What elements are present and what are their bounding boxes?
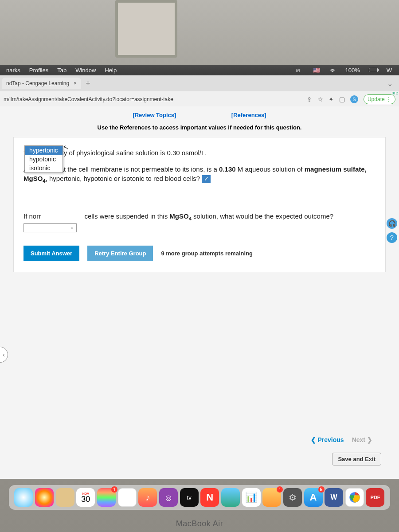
option-isotonic[interactable]: isotonic [25, 164, 63, 172]
appstore-app-icon[interactable]: A5 [304, 488, 323, 507]
references-link[interactable]: [References] [231, 112, 266, 118]
menu-right-letter: W [382, 67, 396, 74]
photos-app-icon[interactable] [35, 488, 54, 507]
browser-tab[interactable]: ndTap - Cengage Learning × [2, 78, 81, 89]
menu-tab[interactable]: Tab [53, 67, 71, 74]
notes-app-icon[interactable] [118, 488, 137, 507]
tonicity-dropdown[interactable]: ✓ [202, 174, 211, 183]
update-button[interactable]: Update ⋮ [364, 94, 395, 104]
word-app-icon[interactable]: W [325, 488, 343, 507]
menu-window[interactable]: Window [71, 67, 100, 74]
star-icon[interactable]: ☆ [317, 96, 323, 103]
option-hypertonic[interactable]: hypertonic [25, 146, 63, 155]
puzzle-icon[interactable]: ✦ [329, 96, 334, 103]
browser-tabbar: ndTap - Cengage Learning × + ⌄ [0, 75, 399, 91]
attempts-remaining: 9 more group attempts remaining [161, 250, 253, 257]
chrome-app-icon[interactable] [345, 488, 364, 507]
flag-icon[interactable]: 🇺🇸 [309, 67, 325, 74]
cursor-icon: ↖ [62, 143, 69, 152]
tab-title: ndTap - Cengage Learning [6, 80, 69, 86]
s-badge-icon[interactable]: S [350, 95, 358, 103]
question-panel: The osmolarity of physiological saline s… [13, 137, 386, 272]
outcome-select[interactable] [23, 223, 77, 232]
new-tab-icon[interactable]: + [86, 79, 90, 88]
menu-help[interactable]: Help [100, 67, 121, 74]
tab-close-icon[interactable]: × [74, 80, 77, 86]
screen-mirror-icon[interactable]: ⎚ [292, 67, 304, 74]
expand-left-icon[interactable]: ‹ [0, 347, 8, 363]
q-paragraph-3: If norr cells were suspended in this MgS… [23, 211, 376, 232]
music-app-icon[interactable]: ♪ [138, 488, 157, 507]
url-text[interactable]: m/ilrn/takeAssignment/takeCovalentActivi… [4, 96, 302, 102]
menu-marks[interactable]: narks [2, 67, 25, 74]
wifi-icon[interactable] [329, 67, 336, 73]
menu-profiles[interactable]: Profiles [25, 67, 53, 74]
tab-chevron-icon[interactable]: ⌄ [387, 79, 397, 88]
are-text: are [392, 90, 398, 95]
help-icon[interactable]: ? [387, 232, 397, 243]
next-button[interactable]: Next ❯ [352, 436, 372, 443]
share-icon[interactable]: ⇪ [307, 96, 312, 103]
macbook-label: MacBook Air [0, 519, 399, 528]
numbers-app-icon[interactable] [221, 488, 240, 507]
wall-frame [115, 0, 177, 58]
settings-app-icon[interactable]: ⚙ [283, 488, 302, 507]
check-icon: ✓ [202, 175, 211, 183]
retry-button[interactable]: Retry Entire Group [87, 246, 153, 261]
address-bar-row: m/ilrn/takeAssignment/takeCovalentActivi… [0, 91, 399, 107]
keynote-app-icon[interactable]: 📊 [242, 488, 261, 507]
mac-menubar: narks Profiles Tab Window Help ⎚ 🇺🇸 100%… [0, 65, 399, 75]
battery-icon [369, 68, 378, 72]
contacts-app-icon[interactable] [56, 488, 74, 507]
q-paragraph-2: Assuming that the cell membrane is not p… [23, 164, 376, 185]
messages-app-icon[interactable] [14, 488, 33, 507]
headset-icon[interactable]: 🎧 [387, 218, 397, 229]
previous-button[interactable]: ❮ Previous [311, 436, 344, 443]
calendar-app-icon[interactable]: NOV 30 [76, 488, 95, 507]
podcasts-app-icon[interactable]: ◎ [159, 488, 178, 507]
submit-button[interactable]: Submit Answer [23, 246, 79, 261]
reminders-app-icon[interactable]: 1 [97, 488, 116, 507]
instruction-text: Use the References to access important v… [0, 122, 399, 137]
tv-app-icon[interactable]: tv [180, 488, 199, 507]
review-topics-link[interactable]: [Review Topics] [133, 112, 176, 118]
battery-percent: 100% [340, 67, 364, 74]
page-content: [Review Topics] [References] Use the Ref… [0, 107, 399, 479]
option-hypotonic[interactable]: hypotonic [25, 155, 63, 164]
dropdown-menu[interactable]: hypertonic hypotonic isotonic ↖ [24, 145, 63, 173]
pages-app-icon[interactable]: 1 [262, 488, 281, 507]
pdf-app-icon[interactable]: PDF [366, 488, 384, 507]
save-and-exit-button[interactable]: Save and Exit [332, 453, 381, 466]
mac-dock: NOV 30 1 ♪ ◎ tv N 📊 1 ⚙ A5 W PDF [9, 485, 390, 510]
q-paragraph-1: The osmolarity of physiological saline s… [23, 148, 376, 157]
news-app-icon[interactable]: N [200, 488, 219, 507]
window-icon[interactable]: ▢ [339, 96, 345, 103]
